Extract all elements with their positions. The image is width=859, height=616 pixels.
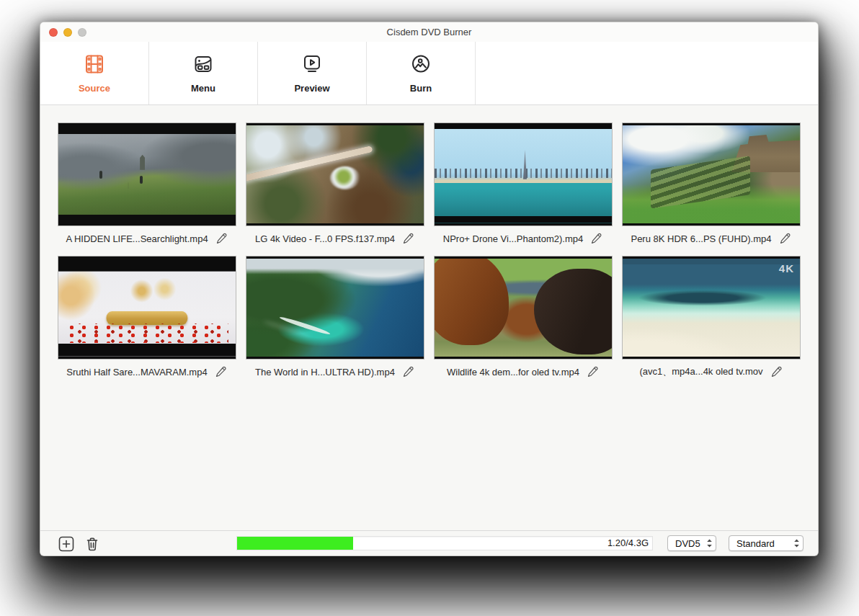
window-title: Cisdem DVD Burner	[387, 27, 472, 37]
video-thumbnail[interactable]	[246, 123, 424, 226]
traffic-lights	[49, 28, 86, 37]
trash-icon	[84, 536, 100, 552]
edit-filename-button[interactable]	[215, 232, 228, 245]
tab-menu-label: Menu	[191, 83, 215, 94]
video-item: NPro+ Drone Vi...Phantom2).mp4	[435, 123, 612, 245]
tab-source[interactable]: Source	[40, 42, 149, 104]
tab-source-label: Source	[79, 83, 110, 94]
video-filename: Sruthi Half Sare...MAVARAM.mp4	[66, 367, 207, 378]
video-thumbnail[interactable]	[58, 123, 236, 226]
video-item: LG 4k Video - F...0 FPS.f137.mp4	[246, 123, 424, 245]
video-item: Wildlife 4k dem...for oled tv.mp4	[435, 256, 612, 378]
toolbar-filler	[476, 42, 818, 104]
video-filename: A HIDDEN LIFE...Searchlight.mp4	[66, 233, 208, 244]
video-item: Sruthi Half Sare...MAVARAM.mp4	[58, 256, 236, 378]
edit-filename-button[interactable]	[402, 365, 415, 378]
video-item: The World in H...ULTRA HD).mp4	[246, 256, 424, 378]
burn-disc-icon	[410, 53, 432, 78]
menu-template-icon	[192, 53, 214, 78]
statusbar: 1.20/4.3G DVD5 Standard	[40, 530, 818, 555]
tab-preview[interactable]: Preview	[258, 42, 367, 104]
video-thumbnail[interactable]	[623, 123, 800, 226]
video-item: 4K (avc1、mp4a...4k oled tv.mov	[623, 256, 800, 378]
video-filename: LG 4k Video - F...0 FPS.f137.mp4	[255, 233, 395, 244]
toolbar: Source Menu Prev	[40, 42, 818, 105]
minimize-button[interactable]	[63, 28, 72, 37]
video-grid: A HIDDEN LIFE...Searchlight.mp4 LG 4k Vi…	[58, 123, 800, 378]
video-filename: Peru 8K HDR 6...PS (FUHD).mp4	[631, 233, 771, 244]
edit-filename-button[interactable]	[215, 365, 228, 378]
add-video-button[interactable]	[58, 536, 74, 552]
filmstrip-icon	[84, 53, 105, 78]
fullscreen-button-disabled	[78, 28, 86, 37]
capacity-label: 1.20/4.3G	[607, 537, 649, 550]
stepper-arrows-icon	[793, 537, 801, 550]
video-filename: (avc1、mp4a...4k oled tv.mov	[640, 365, 763, 378]
tab-preview-label: Preview	[294, 83, 329, 94]
4k-watermark: 4K	[779, 262, 794, 274]
capacity-progress-bar: 1.20/4.3G	[236, 536, 653, 550]
edit-filename-button[interactable]	[770, 365, 783, 378]
video-item: Peru 8K HDR 6...PS (FUHD).mp4	[623, 123, 800, 245]
edit-filename-button[interactable]	[590, 232, 603, 245]
titlebar[interactable]: Cisdem DVD Burner	[40, 22, 818, 42]
stepper-arrows-icon	[706, 537, 713, 550]
tab-menu[interactable]: Menu	[149, 42, 258, 104]
video-filename: Wildlife 4k dem...for oled tv.mp4	[447, 367, 579, 378]
edit-filename-button[interactable]	[779, 232, 792, 245]
edit-filename-button[interactable]	[402, 232, 415, 245]
video-thumbnail[interactable]: 4K	[623, 256, 800, 359]
delete-video-button[interactable]	[84, 536, 100, 552]
close-button[interactable]	[49, 28, 58, 37]
disc-type-select[interactable]: DVD5	[667, 535, 716, 551]
video-filename: The World in H...ULTRA HD).mp4	[255, 367, 395, 378]
video-thumbnail[interactable]	[246, 256, 424, 359]
plus-icon	[58, 536, 74, 552]
tab-burn[interactable]: Burn	[367, 42, 476, 104]
preview-play-icon	[301, 53, 323, 78]
edit-filename-button[interactable]	[587, 365, 600, 378]
video-filename: NPro+ Drone Vi...Phantom2).mp4	[443, 233, 584, 244]
app-window: Cisdem DVD Burner Source	[40, 22, 819, 556]
tab-burn-label: Burn	[410, 83, 432, 94]
video-thumbnail[interactable]	[435, 123, 612, 226]
video-thumbnail[interactable]	[58, 256, 236, 359]
quality-select[interactable]: Standard	[729, 535, 804, 551]
capacity-progress-fill	[237, 537, 353, 550]
video-item: A HIDDEN LIFE...Searchlight.mp4	[58, 123, 236, 245]
video-thumbnail[interactable]	[435, 256, 612, 359]
